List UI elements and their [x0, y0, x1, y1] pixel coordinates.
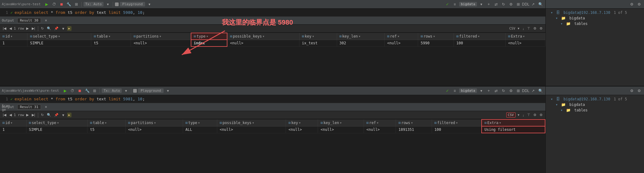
filter-rows[interactable]: ▾	[433, 34, 435, 38]
bottom-diff-btn[interactable]: ⇄	[493, 88, 499, 94]
bottom-filter-nav[interactable]: ▼	[61, 113, 66, 117]
bottom-nav-next[interactable]: ▶	[25, 113, 30, 117]
bottom-bigdata-badge[interactable]: bigdata	[459, 88, 477, 93]
tree-connection-top[interactable]: ▾ 🗄 bigdata@192.168.7.130 1 of 5	[546, 10, 644, 15]
monitor-btn-top[interactable]: ⊞	[515, 1, 521, 7]
filter-id[interactable]: ▾	[10, 34, 13, 38]
search-btn-top[interactable]: 🔍	[537, 1, 544, 7]
bottom-dl-btn[interactable]: ↓	[522, 113, 525, 117]
tree-bigdata-bottom[interactable]: ▾ 📁 bigdata	[546, 102, 644, 107]
clock-button[interactable]: ⏱	[51, 1, 57, 7]
top-nav-next[interactable]: ▶	[25, 26, 30, 31]
bottom-refresh-nav[interactable]: ↻	[40, 113, 45, 117]
bottom-wrench-button[interactable]: 🔧	[84, 88, 90, 94]
bottom-grid-button[interactable]: ⊞	[92, 88, 98, 94]
bottom-nav-prev[interactable]: ◀	[8, 113, 13, 117]
filter-type[interactable]: ▾	[206, 34, 208, 38]
bottom-csv-chevron[interactable]: ▾	[517, 113, 520, 117]
filter-filtered[interactable]: ▾	[478, 34, 480, 38]
bottom-tx-chevron[interactable]: ▾	[123, 88, 129, 94]
top-nav-first[interactable]: |◀	[2, 26, 7, 31]
add-btn-top[interactable]: +	[486, 1, 492, 7]
filter-st[interactable]: ▾	[58, 34, 60, 38]
top-search-nav[interactable]: 🔍	[46, 26, 52, 31]
bottom-bigdata-chevron[interactable]: ▾	[478, 88, 484, 94]
tree-tables-top[interactable]: ▾ 📁 tables	[546, 21, 644, 26]
bottom-settings-btn[interactable]: ⚙	[508, 88, 514, 94]
bottom-tx-label[interactable]: Tx: Auto	[102, 88, 122, 93]
run-button[interactable]: ▶	[44, 1, 50, 7]
arrow-btn-top[interactable]: ↗	[530, 1, 536, 7]
top-nav-extra[interactable]: ▸	[67, 26, 71, 31]
bottom-search-btn[interactable]: 🔍	[537, 88, 544, 94]
bot-filter-rows[interactable]: ▾	[411, 121, 413, 125]
top-right-gear1[interactable]: ⚙	[629, 1, 635, 7]
bottom-search-nav[interactable]: 🔍	[46, 113, 52, 117]
top-dl-btn[interactable]: ↓	[522, 26, 525, 31]
top-right-gear2[interactable]: ⚙	[636, 1, 642, 7]
bottom-nav-extra[interactable]: ▸	[67, 113, 71, 117]
bottom-ddl-btn[interactable]: DDL	[523, 88, 529, 94]
refresh-btn-top[interactable]: ↻	[500, 1, 507, 7]
filter-ref[interactable]: ▾	[397, 34, 399, 38]
check-icon-top[interactable]: ✓	[444, 1, 450, 7]
filter-tbl[interactable]: ▾	[108, 34, 111, 38]
grid-button[interactable]: ⊞	[73, 1, 79, 7]
bot-filter-id[interactable]: ▾	[10, 121, 13, 125]
bottom-clock-button[interactable]: ⏱	[69, 88, 75, 94]
bigdata-badge-top[interactable]: bigdata	[459, 2, 477, 6]
bottom-run-button[interactable]: ▶	[62, 88, 68, 94]
playground-chevron[interactable]: ▾	[146, 1, 153, 7]
bottom-filter-btn[interactable]: ⊤	[526, 113, 531, 117]
top-refresh-nav[interactable]: ↻	[40, 26, 45, 31]
bottom-add-btn[interactable]: +	[486, 88, 492, 94]
filter-pk[interactable]: ▾	[263, 34, 265, 38]
bottom-right-gear1[interactable]: ⚙	[629, 88, 635, 94]
stop-button[interactable]: ⏹	[59, 1, 65, 7]
bot-filter-ref[interactable]: ▾	[377, 121, 379, 125]
filter-extra[interactable]: ▾	[523, 34, 525, 38]
top-result-tab[interactable]: Result 30	[17, 18, 41, 23]
bottom-square-btn[interactable]	[133, 89, 137, 93]
bottom-gear-btn[interactable]: ⚙	[532, 113, 537, 117]
bottom-close-tab[interactable]: ✕	[43, 104, 49, 110]
tx-label[interactable]: Tx: Auto	[84, 2, 104, 6]
bottom-check-icon[interactable]: ✓	[444, 88, 450, 94]
bottom-playground-btn[interactable]: Playground	[138, 88, 163, 93]
bot-filter-filtered[interactable]: ▾	[456, 121, 458, 125]
bot-filter-kl[interactable]: ▾	[340, 121, 342, 125]
bottom-nav-last[interactable]: ▶|	[31, 113, 36, 117]
bottom-tree-btn[interactable]: ≡	[452, 88, 458, 94]
bot-filter-st[interactable]: ▾	[57, 121, 59, 125]
settings-btn-top[interactable]: ⚙	[508, 1, 514, 7]
bot-filter-tbl[interactable]: ▾	[105, 121, 107, 125]
bigdata-chevron-top[interactable]: ▾	[478, 1, 484, 7]
bottom-monitor-btn[interactable]: ⊞	[515, 88, 521, 94]
top-filter-btn[interactable]: ⊤	[526, 26, 531, 31]
top-csv-chevron[interactable]: ▾	[517, 26, 520, 31]
playground-btn[interactable]: Playground	[120, 2, 145, 6]
bottom-arrow-btn[interactable]: ↗	[530, 88, 536, 94]
bottom-stop-button[interactable]: ⏹	[77, 88, 83, 94]
bottom-pin-nav[interactable]: 📌	[53, 113, 59, 117]
bot-filter-part[interactable]: ▾	[154, 121, 156, 125]
bot-filter-key[interactable]: ▾	[299, 121, 301, 125]
bottom-nav-first[interactable]: |◀	[2, 113, 7, 117]
tx-chevron[interactable]: ▾	[105, 1, 111, 7]
tree-bigdata-top[interactable]: ▾ 📁 bigdata	[546, 15, 644, 21]
bot-filter-pk[interactable]: ▾	[252, 121, 254, 125]
top-square-btn[interactable]	[115, 2, 119, 6]
top-nav-prev[interactable]: ◀	[8, 26, 13, 31]
ddl-btn-top[interactable]: DDL	[523, 1, 529, 7]
top-close-tab[interactable]: ✕	[43, 18, 49, 24]
top-settings2-btn[interactable]: ⚙	[539, 26, 544, 31]
filter-part[interactable]: ▾	[159, 34, 161, 38]
bot-filter-type[interactable]: ▾	[198, 121, 200, 125]
wrench-button[interactable]: 🔧	[66, 1, 72, 7]
tree-connection-bottom[interactable]: ▾ 🗄 bigdata@192.168.7.130 1 of 5	[546, 96, 644, 102]
top-gear-btn[interactable]: ⚙	[532, 26, 537, 31]
diff-btn-top[interactable]: ⇄	[493, 1, 499, 7]
top-filter-nav[interactable]: ▼	[61, 26, 66, 31]
bottom-refresh-btn[interactable]: ↻	[500, 88, 507, 94]
bottom-result-tab[interactable]: Result 31	[17, 104, 41, 110]
